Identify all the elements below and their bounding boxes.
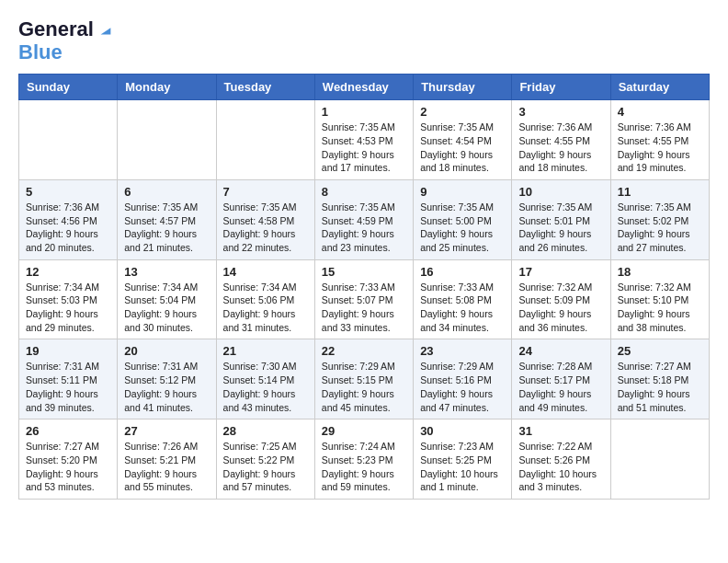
day-info: Sunrise: 7:25 AMSunset: 5:22 PMDaylight:… <box>223 440 308 494</box>
calendar-cell-5-7 <box>610 419 709 500</box>
day-info: Sunrise: 7:30 AMSunset: 5:14 PMDaylight:… <box>223 360 308 414</box>
calendar-cell-2-5: 9Sunrise: 7:35 AMSunset: 5:00 PMDaylight… <box>414 179 512 259</box>
day-info: Sunrise: 7:35 AMSunset: 4:58 PMDaylight:… <box>223 201 308 255</box>
calendar-cell-3-7: 18Sunrise: 7:32 AMSunset: 5:10 PMDayligh… <box>610 259 709 339</box>
calendar-cell-5-2: 27Sunrise: 7:26 AMSunset: 5:21 PMDayligh… <box>118 419 216 500</box>
day-number: 29 <box>322 424 406 438</box>
day-info: Sunrise: 7:31 AMSunset: 5:11 PMDaylight:… <box>26 360 110 414</box>
weekday-friday: Friday <box>512 75 610 100</box>
day-info: Sunrise: 7:24 AMSunset: 5:23 PMDaylight:… <box>322 440 406 494</box>
day-info: Sunrise: 7:35 AMSunset: 5:00 PMDaylight:… <box>420 201 505 255</box>
day-number: 6 <box>124 185 209 199</box>
logo-text: General <box>18 18 94 40</box>
calendar-cell-3-4: 15Sunrise: 7:33 AMSunset: 5:07 PMDayligh… <box>314 259 413 339</box>
svg-marker-0 <box>101 28 111 34</box>
day-info: Sunrise: 7:33 AMSunset: 5:07 PMDaylight:… <box>322 281 406 335</box>
calendar-cell-4-1: 19Sunrise: 7:31 AMSunset: 5:11 PMDayligh… <box>19 339 118 419</box>
calendar-cell-4-5: 23Sunrise: 7:29 AMSunset: 5:16 PMDayligh… <box>414 339 512 419</box>
calendar-table: SundayMondayTuesdayWednesdayThursdayFrid… <box>18 74 710 500</box>
weekday-header-row: SundayMondayTuesdayWednesdayThursdayFrid… <box>19 75 710 100</box>
calendar-cell-3-5: 16Sunrise: 7:33 AMSunset: 5:08 PMDayligh… <box>414 259 512 339</box>
day-info: Sunrise: 7:34 AMSunset: 5:06 PMDaylight:… <box>223 281 308 335</box>
calendar-cell-3-1: 12Sunrise: 7:34 AMSunset: 5:03 PMDayligh… <box>19 259 118 339</box>
day-number: 5 <box>26 185 110 199</box>
calendar-cell-5-6: 31Sunrise: 7:22 AMSunset: 5:26 PMDayligh… <box>512 419 610 500</box>
day-number: 24 <box>518 344 603 358</box>
day-info: Sunrise: 7:27 AMSunset: 5:20 PMDaylight:… <box>26 440 110 494</box>
day-info: Sunrise: 7:35 AMSunset: 5:02 PMDaylight:… <box>618 201 702 255</box>
day-number: 25 <box>618 344 702 358</box>
day-info: Sunrise: 7:29 AMSunset: 5:16 PMDaylight:… <box>420 360 505 414</box>
logo-icon <box>97 21 114 38</box>
calendar-cell-4-2: 20Sunrise: 7:31 AMSunset: 5:12 PMDayligh… <box>118 339 216 419</box>
day-number: 30 <box>420 424 505 438</box>
calendar-cell-4-7: 25Sunrise: 7:27 AMSunset: 5:18 PMDayligh… <box>610 339 709 419</box>
day-info: Sunrise: 7:32 AMSunset: 5:09 PMDaylight:… <box>518 281 603 335</box>
day-number: 31 <box>518 424 603 438</box>
calendar-cell-4-4: 22Sunrise: 7:29 AMSunset: 5:15 PMDayligh… <box>314 339 413 419</box>
day-number: 28 <box>223 424 308 438</box>
day-info: Sunrise: 7:23 AMSunset: 5:25 PMDaylight:… <box>420 440 505 494</box>
day-number: 27 <box>124 424 209 438</box>
day-number: 17 <box>518 265 603 279</box>
logo-blue: Blue <box>18 40 63 64</box>
week-row-3: 12Sunrise: 7:34 AMSunset: 5:03 PMDayligh… <box>19 259 710 339</box>
weekday-tuesday: Tuesday <box>216 75 314 100</box>
day-info: Sunrise: 7:27 AMSunset: 5:18 PMDaylight:… <box>618 360 702 414</box>
calendar-cell-1-4: 1Sunrise: 7:35 AMSunset: 4:53 PMDaylight… <box>314 100 413 180</box>
day-number: 1 <box>322 105 406 119</box>
day-info: Sunrise: 7:34 AMSunset: 5:03 PMDaylight:… <box>26 281 110 335</box>
weekday-saturday: Saturday <box>610 75 709 100</box>
calendar-cell-1-2 <box>118 100 216 180</box>
day-number: 20 <box>124 344 209 358</box>
day-info: Sunrise: 7:22 AMSunset: 5:26 PMDaylight:… <box>518 440 603 494</box>
week-row-1: 1Sunrise: 7:35 AMSunset: 4:53 PMDaylight… <box>19 100 710 180</box>
week-row-5: 26Sunrise: 7:27 AMSunset: 5:20 PMDayligh… <box>19 419 710 500</box>
day-info: Sunrise: 7:32 AMSunset: 5:10 PMDaylight:… <box>618 281 702 335</box>
calendar-cell-3-2: 13Sunrise: 7:34 AMSunset: 5:04 PMDayligh… <box>118 259 216 339</box>
day-number: 10 <box>518 185 603 199</box>
calendar-cell-1-1 <box>19 100 118 180</box>
day-number: 18 <box>618 265 702 279</box>
day-info: Sunrise: 7:34 AMSunset: 5:04 PMDaylight:… <box>124 281 209 335</box>
calendar-cell-2-7: 11Sunrise: 7:35 AMSunset: 5:02 PMDayligh… <box>610 179 709 259</box>
page: General Blue SundayMondayTuesdayWednesda… <box>0 0 728 509</box>
day-number: 3 <box>518 105 603 119</box>
weekday-wednesday: Wednesday <box>314 75 413 100</box>
day-number: 13 <box>124 265 209 279</box>
day-info: Sunrise: 7:28 AMSunset: 5:17 PMDaylight:… <box>518 360 603 414</box>
day-number: 19 <box>26 344 110 358</box>
day-info: Sunrise: 7:35 AMSunset: 4:57 PMDaylight:… <box>124 201 209 255</box>
calendar-cell-2-2: 6Sunrise: 7:35 AMSunset: 4:57 PMDaylight… <box>118 179 216 259</box>
weekday-thursday: Thursday <box>414 75 512 100</box>
day-number: 4 <box>618 105 702 119</box>
week-row-4: 19Sunrise: 7:31 AMSunset: 5:11 PMDayligh… <box>19 339 710 419</box>
day-info: Sunrise: 7:26 AMSunset: 5:21 PMDaylight:… <box>124 440 209 494</box>
weekday-monday: Monday <box>118 75 216 100</box>
day-info: Sunrise: 7:29 AMSunset: 5:15 PMDaylight:… <box>322 360 406 414</box>
day-info: Sunrise: 7:36 AMSunset: 4:55 PMDaylight:… <box>518 121 603 175</box>
day-number: 16 <box>420 265 505 279</box>
calendar-cell-1-6: 3Sunrise: 7:36 AMSunset: 4:55 PMDaylight… <box>512 100 610 180</box>
calendar-cell-4-3: 21Sunrise: 7:30 AMSunset: 5:14 PMDayligh… <box>216 339 314 419</box>
day-number: 23 <box>420 344 505 358</box>
day-info: Sunrise: 7:35 AMSunset: 4:53 PMDaylight:… <box>322 121 406 175</box>
day-info: Sunrise: 7:33 AMSunset: 5:08 PMDaylight:… <box>420 281 505 335</box>
calendar-cell-1-3 <box>216 100 314 180</box>
calendar-cell-2-6: 10Sunrise: 7:35 AMSunset: 5:01 PMDayligh… <box>512 179 610 259</box>
calendar-cell-5-1: 26Sunrise: 7:27 AMSunset: 5:20 PMDayligh… <box>19 419 118 500</box>
calendar-cell-2-1: 5Sunrise: 7:36 AMSunset: 4:56 PMDaylight… <box>19 179 118 259</box>
day-info: Sunrise: 7:35 AMSunset: 5:01 PMDaylight:… <box>518 201 603 255</box>
day-info: Sunrise: 7:35 AMSunset: 4:59 PMDaylight:… <box>322 201 406 255</box>
day-number: 11 <box>618 185 702 199</box>
day-number: 21 <box>223 344 308 358</box>
day-info: Sunrise: 7:36 AMSunset: 4:55 PMDaylight:… <box>618 121 702 175</box>
day-number: 2 <box>420 105 505 119</box>
week-row-2: 5Sunrise: 7:36 AMSunset: 4:56 PMDaylight… <box>19 179 710 259</box>
day-info: Sunrise: 7:31 AMSunset: 5:12 PMDaylight:… <box>124 360 209 414</box>
day-info: Sunrise: 7:35 AMSunset: 4:54 PMDaylight:… <box>420 121 505 175</box>
calendar-cell-2-4: 8Sunrise: 7:35 AMSunset: 4:59 PMDaylight… <box>314 179 413 259</box>
calendar-cell-5-5: 30Sunrise: 7:23 AMSunset: 5:25 PMDayligh… <box>414 419 512 500</box>
day-number: 7 <box>223 185 308 199</box>
day-number: 14 <box>223 265 308 279</box>
